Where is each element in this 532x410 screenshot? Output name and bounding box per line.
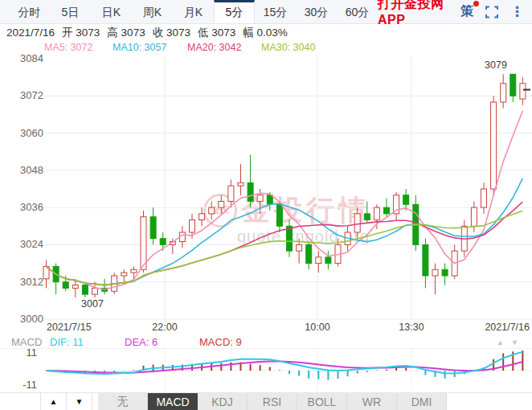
indicator-bar: ▲ ▼ 无MACDKDJRSIBOLLWRDMI: [0, 392, 532, 410]
y-axis-label: 3000: [0, 313, 40, 325]
x-axis-label: 13:30: [399, 322, 424, 333]
x-axis-label: 2021/7/15: [47, 322, 92, 333]
indicator-tab-无[interactable]: 无: [98, 393, 148, 410]
indicator-tab-BOLL[interactable]: BOLL: [297, 393, 347, 410]
y-axis-label: 3072: [0, 89, 40, 101]
y-axis-label: 3036: [0, 201, 40, 213]
y-axis-label: 3060: [0, 127, 40, 139]
y-axis-label: 3012: [0, 276, 40, 288]
quote-widget: 分时5日日K周K月K5分15分30分60分 打开金投网APP 策 ⋮ 2021/…: [0, 0, 532, 410]
macd-legend-item: DEA: 6: [125, 336, 158, 348]
indicator-tab-MACD[interactable]: MACD: [148, 393, 198, 410]
indicator-tab-RSI[interactable]: RSI: [248, 393, 297, 410]
indicator-tabs: 无MACDKDJRSIBOLLWRDMI: [98, 393, 447, 410]
candlestick-chart[interactable]: [0, 0, 532, 410]
macd-panel-up-button[interactable]: ▲: [497, 338, 504, 346]
macd-legend-item: DIF: 11: [50, 336, 84, 348]
indicator-tab-WR[interactable]: WR: [347, 393, 397, 410]
macd-axis-label: -11: [0, 379, 37, 391]
indicator-tab-DMI[interactable]: DMI: [397, 393, 447, 410]
macd-legend-item: MACD: 9: [199, 336, 242, 348]
macd-panel-down-button[interactable]: ▼: [511, 338, 518, 346]
indicator-collapse-button[interactable]: ▼: [66, 393, 92, 410]
macd-axis-label: 11: [0, 346, 37, 359]
indicator-bar-spacer: [0, 393, 40, 410]
y-axis-label: 3084: [0, 52, 40, 64]
y-axis-label: 3048: [0, 164, 40, 176]
y-axis-label: 3024: [0, 238, 40, 250]
indicator-expand-button[interactable]: ▲: [40, 393, 67, 410]
indicator-tab-KDJ[interactable]: KDJ: [198, 393, 248, 410]
price-annotation: 3007: [81, 298, 104, 310]
x-axis-label: 2021/7/16: [485, 322, 530, 333]
x-axis-label: 10:00: [305, 322, 329, 333]
price-annotation: 3079: [485, 59, 507, 71]
x-axis-label: 22:00: [152, 322, 177, 333]
